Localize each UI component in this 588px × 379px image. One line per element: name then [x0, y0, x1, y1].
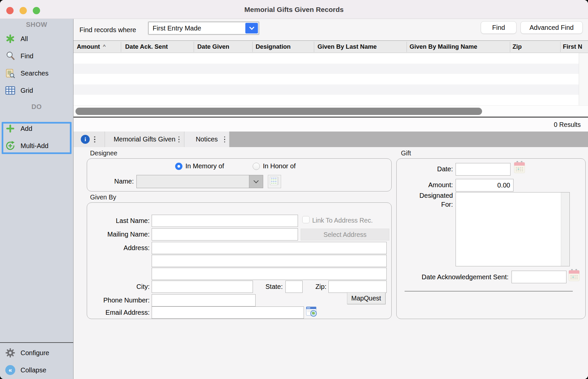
circular-add-icon — [5, 140, 16, 151]
in-memory-radio[interactable] — [175, 163, 182, 170]
column-header-date-ack-sent[interactable]: Date Ack. Sent — [125, 41, 168, 53]
sidebar-divider — [0, 342, 73, 343]
date-ack-sent-field[interactable] — [512, 271, 566, 283]
column-header-first-name[interactable]: First N — [563, 41, 582, 53]
dropdown-chevron-button[interactable] — [245, 23, 258, 33]
in-memory-label: In Memory of — [185, 162, 224, 170]
sidebar-item-collapse[interactable]: « Collapse — [0, 364, 73, 376]
gift-amount-label: Amount: — [405, 181, 453, 189]
given-by-section-title: Given By — [90, 193, 116, 201]
kebab-menu-icon[interactable] — [178, 136, 180, 142]
link-to-address-checkbox[interactable] — [302, 216, 310, 223]
gift-footer-divider — [405, 291, 573, 292]
column-divider — [252, 42, 253, 52]
city-label: City: — [83, 283, 150, 291]
city-field[interactable] — [152, 281, 253, 293]
calendar-icon[interactable] — [514, 161, 525, 175]
zip-field[interactable] — [328, 281, 387, 293]
tab-notices[interactable]: Notices — [184, 132, 229, 147]
last-name-label: Last Name: — [83, 217, 150, 225]
advanced-find-button[interactable]: Advanced Find — [520, 21, 583, 34]
sidebar-item-configure[interactable]: Configure — [0, 347, 73, 359]
find-button[interactable]: Find — [481, 21, 516, 34]
gift-section-title: Gift — [401, 149, 411, 157]
phone-number-label: Phone Number: — [83, 297, 150, 304]
chevron-down-icon — [254, 178, 259, 184]
open-browser-icon[interactable] — [306, 306, 317, 318]
app-window: Memorial Gifts Given Records SHOW All Fi… — [0, 0, 588, 379]
kebab-menu-icon[interactable] — [94, 136, 95, 142]
grid-table-icon — [5, 85, 16, 96]
address-field-2[interactable] — [152, 255, 387, 267]
column-header-designation[interactable]: Designation — [256, 41, 291, 53]
designee-name-dropdown[interactable] — [136, 175, 263, 188]
zip-label: Zip: — [305, 283, 326, 291]
sidebar-item-find[interactable]: Find — [0, 50, 73, 62]
column-header-date-given[interactable]: Date Given — [197, 41, 229, 53]
find-criteria-value: First Entry Made — [153, 22, 201, 34]
mailing-name-field[interactable] — [152, 228, 298, 241]
sidebar-item-all[interactable]: All — [0, 33, 73, 45]
results-table-body[interactable] — [74, 53, 579, 105]
sidebar-show-header: SHOW — [0, 21, 73, 28]
horizontal-scrollbar-track[interactable] — [74, 105, 588, 117]
sidebar: SHOW All Find Searches Grid DO — [0, 19, 74, 379]
name-dropdown-chevron[interactable] — [249, 175, 263, 188]
column-header-zip[interactable]: Zip — [513, 41, 522, 53]
mailing-name-label: Mailing Name: — [83, 231, 150, 238]
state-label: State: — [258, 283, 283, 291]
find-criteria-dropdown[interactable]: First Entry Made — [148, 22, 259, 34]
sidebar-do-header: DO — [0, 103, 73, 111]
column-header-given-by-mailing-name[interactable]: Given By Mailing Name — [410, 41, 477, 53]
column-divider — [407, 42, 407, 52]
column-header-given-by-last-name[interactable]: Given By Last Name — [318, 41, 377, 53]
column-divider — [194, 42, 194, 52]
designee-section-title: Designee — [90, 149, 117, 157]
last-name-field[interactable] — [152, 215, 298, 227]
sidebar-item-grid[interactable]: Grid — [0, 84, 73, 96]
gift-date-field[interactable] — [456, 163, 511, 176]
in-honor-label: In Honor of — [263, 162, 296, 170]
select-address-button[interactable]: Select Address — [301, 229, 389, 241]
state-field[interactable] — [285, 281, 303, 293]
kebab-menu-icon[interactable] — [224, 136, 225, 142]
calendar-icon[interactable] — [568, 269, 580, 283]
textarea-scrollbar-track[interactable] — [561, 192, 569, 266]
horizontal-scrollbar-thumb[interactable] — [75, 108, 482, 115]
phone-number-field[interactable] — [152, 294, 256, 306]
mapquest-button[interactable]: MapQuest — [347, 292, 385, 304]
sort-ascending-icon: ^ — [103, 44, 106, 50]
address-field-1[interactable] — [152, 242, 387, 254]
chevron-down-icon — [249, 25, 254, 30]
gift-date-label: Date: — [405, 165, 453, 173]
plus-icon — [5, 123, 16, 134]
designated-for-label: Designated For: — [388, 191, 453, 209]
sidebar-item-add[interactable]: Add — [0, 123, 73, 135]
column-header-amount[interactable]: Amount^ — [77, 41, 106, 53]
title-bar: Memorial Gifts Given Records — [0, 0, 588, 19]
name-list-picker-button[interactable] — [268, 175, 281, 188]
search-document-icon — [5, 68, 16, 79]
vertical-scrollbar-track[interactable] — [579, 53, 588, 105]
email-address-field[interactable] — [152, 306, 304, 319]
address-field-3[interactable] — [152, 268, 387, 280]
info-icon[interactable]: i — [81, 135, 90, 144]
tab-bar: i Memorial Gifts Given Notices — [74, 132, 588, 147]
table-header-row: Amount^ Date Ack. Sent Date Given Design… — [74, 40, 588, 53]
results-count: 0 Results — [554, 118, 581, 132]
in-honor-radio[interactable] — [253, 163, 260, 170]
email-address-label: Email Address: — [83, 309, 150, 316]
sidebar-item-searches[interactable]: Searches — [0, 67, 73, 79]
tab-memorial-gifts-given[interactable]: Memorial Gifts Given — [105, 132, 184, 147]
gift-amount-field[interactable]: 0.00 — [456, 179, 514, 191]
sidebar-item-multi-add[interactable]: Multi-Add — [0, 140, 73, 152]
column-divider — [121, 42, 121, 52]
address-label: Address: — [83, 244, 150, 252]
main-content: Find records where First Entry Made Find… — [74, 19, 588, 379]
designated-for-field[interactable] — [456, 192, 570, 266]
find-records-where-label: Find records where — [79, 26, 136, 34]
gear-icon — [5, 347, 16, 358]
asterisk-icon — [5, 33, 16, 44]
collapse-chevrons-icon: « — [5, 364, 16, 376]
column-divider — [314, 42, 314, 52]
